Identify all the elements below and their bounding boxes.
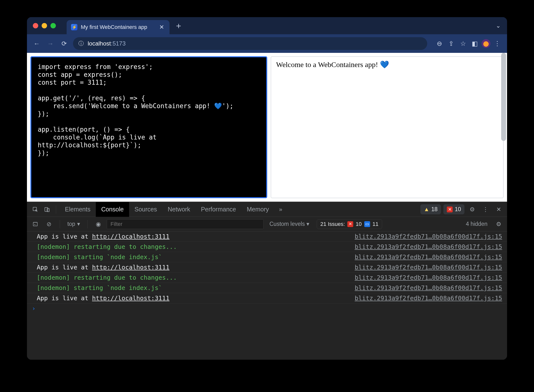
- console-source-link[interactable]: blitz.2913a9f2fedb71…0b08a6f00d17f.js:15: [355, 233, 502, 240]
- console-filter-input[interactable]: [107, 219, 264, 229]
- tab-title: My first WebContainers app: [81, 24, 155, 30]
- tab-strip: ⚡ My first WebContainers app ✕ ＋ ⌄: [27, 17, 507, 34]
- devtools-menu-icon[interactable]: ⋮: [480, 204, 491, 215]
- reload-button[interactable]: ⟳: [59, 39, 69, 48]
- console-row: [nodemon] starting `node index.js`blitz.…: [27, 283, 507, 293]
- close-tab-icon[interactable]: ✕: [158, 24, 165, 31]
- code-editor[interactable]: import express from 'express'; const app…: [30, 56, 267, 198]
- profile-avatar[interactable]: [482, 39, 490, 48]
- console-message: [nodemon] starting `node index.js`: [37, 284, 162, 291]
- console-message: [nodemon] restarting due to changes...: [37, 243, 177, 250]
- console-row: App is live at http://localhost:3111blit…: [27, 262, 507, 273]
- devtools-tabstrip: ElementsConsoleSourcesNetworkPerformance…: [27, 202, 507, 217]
- console-source-link[interactable]: blitz.2913a9f2fedb71…0b08a6f00d17f.js:15: [355, 274, 502, 281]
- console-link[interactable]: http://localhost:3111: [92, 264, 170, 271]
- preview-pane: Welcome to a WebContainers app! 💙: [271, 56, 504, 198]
- console-prompt[interactable]: ›: [27, 303, 507, 313]
- devtools-tab-elements[interactable]: Elements: [60, 202, 96, 217]
- devtools-tab-memory[interactable]: Memory: [241, 202, 274, 217]
- console-toolbar: ⊘ top▾ ◉ Custom levels ▾ 21 Issues: ✕ 10…: [27, 217, 507, 231]
- page-viewport: import express from 'express'; const app…: [27, 53, 507, 202]
- site-info-icon[interactable]: ⓘ: [78, 40, 84, 47]
- console-message: App is live at http://localhost:3111: [37, 295, 170, 302]
- warnings-badge[interactable]: ▲ 18: [420, 204, 441, 214]
- console-row: App is live at http://localhost:3111blit…: [27, 293, 507, 303]
- context-selector[interactable]: top▾: [65, 221, 82, 227]
- console-link[interactable]: http://localhost:3111: [92, 233, 170, 240]
- console-source-link[interactable]: blitz.2913a9f2fedb71…0b08a6f00d17f.js:15: [355, 295, 502, 302]
- console-source-link[interactable]: blitz.2913a9f2fedb71…0b08a6f00d17f.js:15: [355, 243, 502, 250]
- warning-icon: ▲: [424, 206, 429, 213]
- console-row: [nodemon] starting `node index.js`blitz.…: [27, 252, 507, 262]
- address-bar[interactable]: ⓘ localhost:5173: [73, 37, 427, 50]
- console-message: [nodemon] starting `node index.js`: [37, 254, 162, 261]
- svg-rect-3: [33, 222, 37, 226]
- share-icon[interactable]: ⇪: [446, 39, 456, 48]
- maximize-window-button[interactable]: [50, 23, 56, 28]
- devtools-tab-network[interactable]: Network: [162, 202, 196, 217]
- info-icon: ▭: [364, 221, 370, 227]
- devtools-tab-console[interactable]: Console: [96, 202, 129, 217]
- browser-tab[interactable]: ⚡ My first WebContainers app ✕: [67, 20, 170, 34]
- forward-button[interactable]: →: [46, 39, 55, 48]
- device-toggle-icon[interactable]: [42, 204, 52, 215]
- url-text: localhost:5173: [88, 40, 126, 47]
- console-source-link[interactable]: blitz.2913a9f2fedb71…0b08a6f00d17f.js:15: [355, 284, 502, 291]
- devtools-tab-performance[interactable]: Performance: [195, 202, 241, 217]
- zoom-icon[interactable]: ⊖: [435, 39, 444, 48]
- error-icon: ✕: [347, 221, 353, 227]
- log-levels-selector[interactable]: Custom levels ▾: [269, 221, 309, 227]
- bookmark-icon[interactable]: ☆: [458, 39, 468, 48]
- issues-badge[interactable]: 21 Issues: ✕ 10 ▭ 11: [317, 219, 382, 229]
- console-message: App is live at http://localhost:3111: [37, 233, 170, 240]
- console-row: App is live at http://localhost:3111blit…: [27, 231, 507, 242]
- inspect-icon[interactable]: [30, 204, 41, 215]
- devtools-tab-sources[interactable]: Sources: [129, 202, 162, 217]
- back-button[interactable]: ←: [32, 39, 42, 48]
- live-expression-icon[interactable]: ◉: [93, 219, 104, 230]
- errors-badge[interactable]: ✕ 10: [443, 204, 464, 214]
- console-output[interactable]: App is live at http://localhost:3111blit…: [27, 231, 507, 360]
- devtools-panel: ElementsConsoleSourcesNetworkPerformance…: [27, 202, 507, 360]
- tab-overflow-icon[interactable]: ⌄: [496, 22, 501, 29]
- bolt-icon: ⚡: [71, 24, 77, 30]
- error-icon: ✕: [447, 207, 453, 212]
- sidepanel-icon[interactable]: ◧: [470, 39, 480, 48]
- new-tab-button[interactable]: ＋: [174, 20, 183, 31]
- preview-text: Welcome to a WebContainers app! 💙: [276, 60, 389, 69]
- console-row: [nodemon] restarting due to changes...bl…: [27, 242, 507, 252]
- devtools-close-icon[interactable]: ✕: [493, 204, 504, 215]
- console-source-link[interactable]: blitz.2913a9f2fedb71…0b08a6f00d17f.js:15: [355, 264, 502, 271]
- console-message: App is live at http://localhost:3111: [37, 264, 170, 271]
- console-link[interactable]: http://localhost:3111: [92, 295, 170, 302]
- browser-toolbar: ← → ⟳ ⓘ localhost:5173 ⊖ ⇪ ☆ ◧ ⋮: [27, 34, 507, 53]
- svg-rect-1: [45, 208, 48, 211]
- console-source-link[interactable]: blitz.2913a9f2fedb71…0b08a6f00d17f.js:15: [355, 254, 502, 261]
- menu-icon[interactable]: ⋮: [492, 39, 502, 48]
- console-settings-icon[interactable]: ⚙: [493, 219, 504, 230]
- devtools-settings-icon[interactable]: ⚙: [467, 204, 478, 215]
- browser-window: ⚡ My first WebContainers app ✕ ＋ ⌄ ← → ⟳…: [27, 17, 507, 360]
- close-window-button[interactable]: [33, 23, 38, 28]
- console-row: [nodemon] restarting due to changes...bl…: [27, 273, 507, 283]
- page-scrollbar[interactable]: [501, 53, 506, 141]
- console-message: [nodemon] restarting due to changes...: [37, 274, 177, 281]
- minimize-window-button[interactable]: [42, 23, 47, 28]
- more-tabs-icon[interactable]: »: [275, 204, 286, 215]
- clear-console-icon[interactable]: ⊘: [44, 219, 54, 230]
- hidden-count[interactable]: 4 hidden: [466, 221, 487, 227]
- console-sidebar-icon[interactable]: [30, 219, 41, 230]
- traffic-lights: [33, 23, 56, 28]
